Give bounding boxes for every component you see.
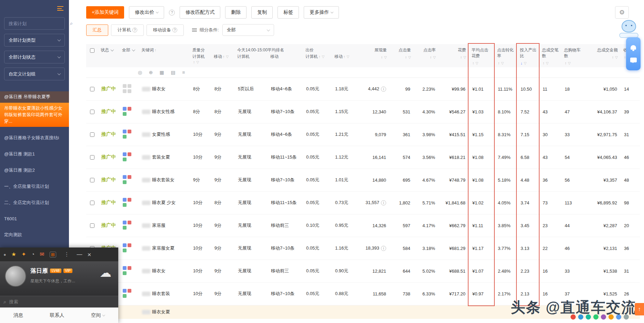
keyword-row[interactable]: 推广中睡衣女性感8分8分无展现移动7~10条0.05元1.15元12,34053… — [86, 100, 640, 123]
info-icon[interactable]: i — [381, 87, 386, 92]
sidebar-plan-item[interactable]: @落日雁 吊带睡衣夏季 — [0, 91, 69, 103]
filter-funnel-icon[interactable]: ▽ — [546, 61, 549, 65]
subcol-mobile[interactable]: 移动↑▽ — [211, 53, 234, 67]
tab-messages[interactable]: 消息 — [13, 312, 23, 319]
col-carts[interactable]: 总购物车数↑▽ — [561, 44, 585, 67]
copy-button[interactable]: 复制 — [251, 6, 273, 19]
select-all-checkbox[interactable] — [90, 48, 94, 53]
avatar[interactable] — [5, 265, 26, 287]
list-tool-icon[interactable]: ≡ — [182, 70, 185, 75]
collapse-sidebar-icon[interactable] — [57, 6, 63, 11]
modify-bid-button[interactable]: 修改出价 — [129, 6, 164, 19]
back-to-top-button[interactable]: ↑ — [635, 303, 644, 315]
keyword-row[interactable]: 推广中女夏性感10分9分无展现移动4~6条0.05元1.21元9,0793613… — [86, 123, 640, 146]
bell-icon[interactable] — [631, 45, 636, 50]
filter-funnel-icon[interactable]: ▽ — [463, 55, 466, 59]
keyword-row[interactable]: 推广中睡衣女8分8分5页以后移动4~6条0.05元1.18元4,442i992.… — [86, 78, 640, 100]
keyword-cell[interactable]: 睡衣套装 — [139, 282, 190, 305]
sort-up-icon[interactable]: ↑ — [498, 61, 500, 65]
keyword-cell[interactable]: 睡衣套装女 — [139, 169, 190, 191]
filter-funnel-icon[interactable]: ▽ — [568, 61, 571, 65]
help-icon[interactable]: ? — [132, 28, 137, 32]
row-checkbox[interactable] — [90, 223, 94, 228]
sidebar-plan-item[interactable]: 定向测款 — [0, 229, 69, 241]
add-keyword-button[interactable]: +添加关键词 — [86, 6, 124, 19]
delete-button[interactable]: 删除 — [225, 6, 246, 19]
col-tags[interactable]: 全部 — [119, 44, 139, 67]
filter-funnel-icon[interactable]: ▽ — [476, 61, 479, 65]
help-icon[interactable]: ? — [169, 10, 175, 16]
sort-up-icon[interactable]: ↑ — [565, 61, 567, 65]
subcol-pc[interactable]: 计算机↑▽ — [190, 53, 211, 67]
clock-icon[interactable]: ◔ — [31, 252, 35, 257]
keyword-cell[interactable]: 睡衣女 — [139, 260, 190, 282]
chat-search-input[interactable] — [8, 299, 115, 305]
filter-funnel-icon[interactable]: ▽ — [347, 55, 350, 59]
tab-space[interactable]: 空间 — [91, 312, 105, 319]
sort-up-icon[interactable]: ↑ — [430, 55, 432, 59]
keyword-cell[interactable]: 睡衣夏 少女 — [139, 191, 190, 214]
keyword-cell[interactable]: 女夏性感 — [139, 123, 190, 146]
sort-up-icon[interactable]: ↑ — [624, 55, 626, 59]
filter-funnel-icon[interactable]: ▽ — [433, 55, 436, 59]
row-checkbox[interactable] — [90, 201, 94, 205]
row-checkbox[interactable] — [90, 110, 94, 114]
sort-up-icon[interactable]: ↑ — [405, 55, 407, 59]
gift-icon[interactable]: ✦ — [21, 252, 26, 257]
message-icon[interactable] — [630, 58, 637, 62]
filter-funnel-icon[interactable]: ▽ — [408, 55, 411, 59]
chart-tool-icon[interactable]: ▤ — [171, 70, 175, 75]
plan-status-dropdown[interactable]: 全部计划状态 — [4, 51, 65, 63]
keyword-cell[interactable]: 家居服 — [139, 214, 190, 237]
close-icon[interactable]: × — [88, 251, 91, 258]
filter-funnel-icon[interactable]: ▽ — [384, 55, 387, 59]
sidebar-plan-item[interactable]: 二、全店定向引流计划 — [0, 197, 69, 209]
sidebar-plan-item[interactable]: @落日雁 测款2 — [0, 165, 69, 176]
keyword-row[interactable]: 推广中睡衣女10分9分无展现移动前三0.05元0.90元12,8216445.0… — [86, 260, 640, 282]
sort-up-icon[interactable]: ↑ — [223, 54, 225, 59]
tab-contacts[interactable]: 联系人 — [50, 312, 64, 319]
info-icon[interactable]: i — [381, 200, 386, 205]
keyword-row[interactable]: 推广中套装女夏10分9分无展现移动11~15条0.05元1.12元16,1415… — [86, 146, 640, 169]
cloud-icon[interactable]: ☁ — [100, 267, 111, 279]
minimize-icon[interactable]: — — [77, 252, 82, 257]
segment-select[interactable]: 全部 — [222, 24, 274, 36]
col-status[interactable]: 状态 — [98, 44, 119, 67]
mail-icon[interactable]: ✉ — [40, 252, 44, 257]
view-tab-1[interactable]: 计算机? — [111, 24, 144, 36]
plan-search-box[interactable]: ⌕ — [4, 17, 65, 30]
col-clicks[interactable]: 点击量↑▽ — [390, 44, 414, 67]
keyword-row[interactable]: 推广中家居服女夏10分9分无展现移动7~10条0.05元1.16元18,393i… — [86, 237, 640, 260]
sidebar-plan-item[interactable]: @落日雁格子女睡衣直搜结i — [0, 132, 69, 144]
taobao-icon[interactable]: ⊞ — [50, 252, 56, 258]
sidebar-plan-item[interactable]: @落日雁 测款1 — [0, 149, 69, 160]
modify-match-button[interactable]: 修改匹配方式 — [180, 6, 220, 19]
filter-funnel-icon[interactable]: ▽ — [501, 61, 504, 65]
sort-up-icon[interactable]: ↑ — [612, 55, 614, 59]
col-ctr[interactable]: 点击率↑▽ — [414, 44, 439, 67]
col-impressions[interactable]: 展现量↑▽ — [358, 44, 390, 67]
keyword-cell[interactable]: 睡衣女 — [139, 78, 190, 100]
sort-down-icon[interactable]: ↓ — [521, 61, 523, 65]
more-actions-button[interactable]: 更多操作 — [304, 6, 339, 19]
col-keyword[interactable]: 关键词↑ — [139, 44, 190, 67]
sort-up-icon[interactable]: ↑ — [193, 60, 195, 64]
plan-search-input[interactable] — [8, 21, 70, 27]
col-avg-cpc[interactable]: 平均点击花费↑▽ — [469, 44, 494, 67]
filter-funnel-icon[interactable]: ▽ — [615, 55, 618, 59]
sidebar-plan-item[interactable]: 吊带睡衣女夏薄款小性感少女韩版短裤套装印花两件套可外穿... — [0, 103, 69, 127]
sort-up-icon[interactable]: ↑ — [343, 54, 345, 59]
grid-tool-icon[interactable]: ▦ — [160, 70, 164, 75]
col-conversion-rate[interactable]: 点击转化率↑▽ — [494, 44, 517, 67]
row-checkbox[interactable] — [90, 132, 94, 137]
col-roi[interactable]: 投入产出比↓▽ — [517, 44, 539, 67]
col-gmv[interactable]: 总成交金额↑▽ — [585, 44, 621, 67]
keyword-cell[interactable]: 套装女夏 — [139, 146, 190, 169]
sidebar-plan-item[interactable]: T6001 — [0, 213, 69, 225]
keyword-row[interactable]: 推广中睡衣夏 少女10分8分无展现移动11~15条0.05元0.73元31,55… — [86, 191, 640, 214]
chat-search-bar[interactable]: ⌕ — [0, 296, 118, 307]
keyword-row[interactable]: 推广中睡衣套装女9分9分无展现移动7~10条0.05元1.01元14,88069… — [86, 169, 640, 191]
row-checkbox[interactable] — [90, 155, 94, 160]
settings-button[interactable]: ⚙ — [615, 6, 629, 19]
sidebar-plan-item[interactable]: 一、全店批量引流计划 — [0, 181, 69, 192]
